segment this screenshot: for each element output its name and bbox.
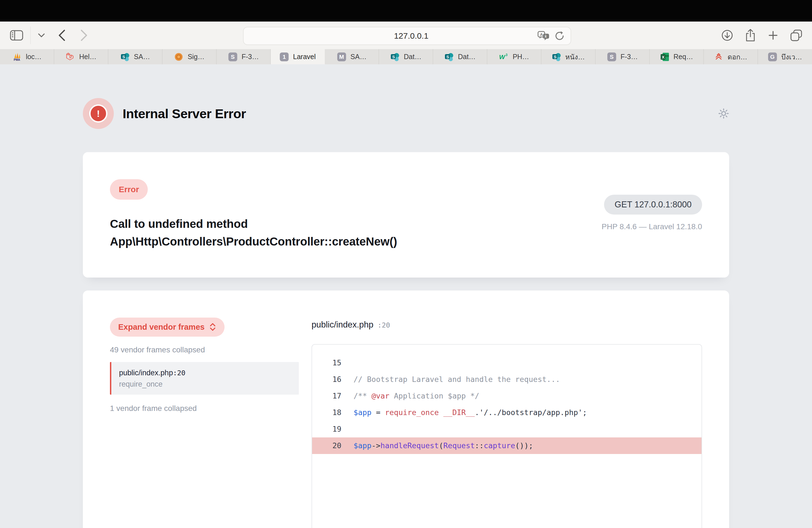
- excel-icon: X: [660, 52, 669, 62]
- browser-tab[interactable]: SF-3…: [595, 49, 650, 64]
- downloads-button[interactable]: [721, 30, 733, 41]
- code-text: $app->handleRequest(Request::capture());: [353, 441, 533, 450]
- tab-label: Dat…: [458, 53, 476, 61]
- tab-label: Hel…: [79, 53, 97, 61]
- code-text: // Bootstrap Laravel and handle the requ…: [353, 375, 560, 384]
- browser-toolbar: 127.0.0.1 A x̂: [0, 21, 812, 49]
- tab-strip: PMAloc…Hel…SSA…Sig…SF-3…1LaravelMSA…SDat…: [0, 49, 812, 64]
- code-line: 18$app = require_once __DIR__.'/../boots…: [312, 404, 701, 421]
- browser-tab[interactable]: XReq…: [650, 49, 704, 64]
- error-page: ! Internal Server Error Error Call to un…: [0, 64, 812, 528]
- share-button[interactable]: [745, 29, 756, 42]
- svg-text:W: W: [499, 53, 506, 60]
- code-text: $app = require_once __DIR__.'/../bootstr…: [353, 408, 587, 417]
- tab-label: Sig…: [188, 53, 204, 61]
- code-line: 19: [312, 421, 701, 437]
- browser-window: 127.0.0.1 A x̂: [0, 0, 812, 528]
- error-summary-left: Error Call to undefined method App\Http\…: [110, 179, 397, 250]
- chevron-expand-icon: [209, 323, 216, 331]
- svg-text:S: S: [554, 54, 556, 59]
- toolbar-separator: [30, 27, 31, 44]
- browser-tab[interactable]: Sหนัง…: [541, 49, 595, 64]
- error-type-badge: Error: [110, 179, 148, 200]
- browser-tab[interactable]: MSA…: [325, 49, 379, 64]
- request-badge: GET 127.0.0.1:8000: [604, 195, 702, 215]
- snippet-header: public/index.php :20: [311, 320, 702, 330]
- tab-label: PH…: [512, 53, 529, 61]
- letter-s-icon: S: [607, 52, 617, 62]
- tab-label: loc…: [26, 53, 42, 61]
- letter-s-icon: S: [228, 52, 237, 62]
- error-alert-icon: !: [83, 98, 114, 129]
- request-meta: GET 127.0.0.1:8000 PHP 8.4.6 — Laravel 1…: [601, 195, 702, 250]
- browser-tab[interactable]: SF-3…: [217, 49, 271, 64]
- theme-toggle-button[interactable]: [718, 108, 729, 119]
- error-summary-card: Error Call to undefined method App\Http\…: [83, 152, 729, 278]
- browser-tab-active[interactable]: 1Laravel: [271, 49, 325, 64]
- code-snippet-panel: 1516// Bootstrap Laravel and handle the …: [311, 344, 702, 528]
- url-text[interactable]: 127.0.0.1: [244, 31, 537, 41]
- menu-bar-strip: [0, 0, 812, 21]
- browser-tab[interactable]: Hel…: [54, 49, 108, 64]
- address-bar[interactable]: 127.0.0.1 A x̂: [243, 27, 571, 45]
- collapsed-frames-before: 49 vendor frames collapsed: [110, 346, 299, 354]
- browser-tab[interactable]: SDat…: [379, 49, 433, 64]
- error-message-line-2: App\Http\Controllers\ProductController::…: [110, 233, 397, 250]
- red-mark-icon: [714, 52, 723, 62]
- frame-method: require_once: [119, 380, 291, 388]
- tab-label: Laravel: [293, 53, 316, 61]
- tab-label: SA…: [350, 53, 366, 61]
- stack-trace-card: Expand vendor frames 49 vendor frames co…: [83, 291, 729, 528]
- sidebar-toggle-button[interactable]: [10, 30, 23, 41]
- tab-overview-button[interactable]: [791, 30, 802, 41]
- tab-label: Dat…: [404, 53, 421, 61]
- browser-tab[interactable]: Sig…: [162, 49, 217, 64]
- orange-site-icon: [174, 52, 184, 62]
- line-number: 18: [312, 408, 353, 417]
- browser-tab[interactable]: SSA…: [108, 49, 162, 64]
- browser-tab[interactable]: ดอก…: [704, 49, 758, 64]
- w3schools-icon: W3: [499, 52, 508, 62]
- svg-text:S: S: [446, 54, 449, 59]
- tab-label: F-3…: [621, 53, 638, 61]
- code-line: 16// Bootstrap Laravel and handle the re…: [312, 371, 701, 388]
- tab-label: บึงเว…: [781, 52, 802, 62]
- phpmyadmin-icon: PMA: [12, 52, 22, 62]
- collapsed-frames-after: 1 vendor frame collapsed: [110, 404, 299, 413]
- line-number: 17: [312, 392, 353, 400]
- forward-button[interactable]: [81, 30, 88, 41]
- translate-icon[interactable]: A x̂: [537, 31, 550, 41]
- snippet-file: public/index.php: [311, 320, 373, 329]
- tab-group-chevron-button[interactable]: [38, 33, 45, 38]
- line-number: 16: [312, 375, 353, 384]
- line-number: 20: [312, 441, 353, 450]
- page-title: Internal Server Error: [122, 106, 246, 121]
- tab-label: ดอก…: [727, 52, 747, 62]
- stack-frame-item[interactable]: public/index.php:20 require_once: [110, 362, 299, 395]
- svg-text:A: A: [540, 32, 543, 37]
- tab-label: SA…: [134, 53, 150, 61]
- snippet-line-number: :20: [373, 321, 390, 329]
- code-snippet-column: public/index.php :20 1516// Bootstrap La…: [311, 318, 702, 528]
- new-tab-button[interactable]: [768, 30, 778, 41]
- browser-tab[interactable]: SDat…: [433, 49, 487, 64]
- browser-tab[interactable]: PMAloc…: [0, 49, 54, 64]
- browser-tab[interactable]: W3PH…: [487, 49, 541, 64]
- frame-file: public/index.php:20: [119, 368, 291, 378]
- sharepoint-icon: S: [445, 52, 454, 62]
- back-button[interactable]: [58, 30, 66, 41]
- address-bar-icons: A x̂: [537, 31, 570, 41]
- letter-g-icon: G: [768, 52, 777, 62]
- svg-text:X: X: [662, 55, 665, 59]
- letter-m-icon: M: [337, 52, 346, 62]
- reload-icon[interactable]: [555, 31, 565, 41]
- browser-tab[interactable]: Gบึงเว…: [758, 49, 812, 64]
- trace-sidebar: Expand vendor frames 49 vendor frames co…: [110, 318, 299, 413]
- code-text: /** @var Application $app */: [353, 392, 479, 400]
- tab-label: หนัง…: [565, 52, 585, 62]
- expand-vendor-frames-button[interactable]: Expand vendor frames: [110, 318, 224, 337]
- error-message-line-1: Call to undefined method: [110, 215, 397, 233]
- version-info: PHP 8.4.6 — Laravel 12.18.0: [601, 222, 702, 231]
- letter-1-icon: 1: [279, 52, 289, 62]
- sharepoint-icon: S: [390, 52, 400, 62]
